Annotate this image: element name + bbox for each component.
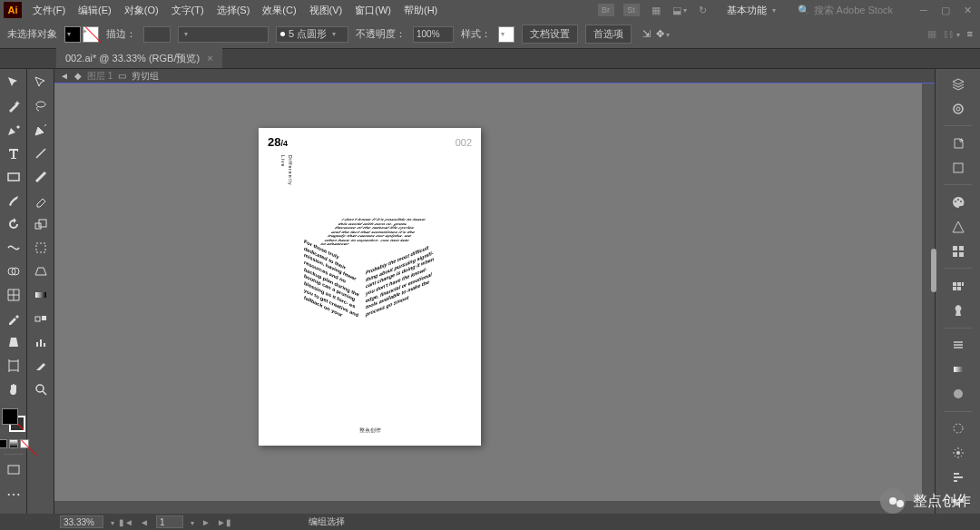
gradient-tool[interactable] — [30, 285, 52, 305]
tab-close[interactable]: × — [207, 53, 212, 64]
panel-handle[interactable] — [931, 249, 936, 292]
shape-builder-tool[interactable] — [3, 261, 24, 281]
column-graph-tool[interactable] — [30, 332, 52, 352]
menu-view[interactable]: 视图(V) — [304, 2, 348, 19]
eraser-tool[interactable] — [30, 191, 52, 211]
direct-selection-tool[interactable] — [30, 73, 52, 93]
perspective-tool[interactable] — [30, 261, 52, 281]
curvature-tool[interactable] — [30, 120, 52, 140]
bc-clip[interactable]: 剪切组 — [132, 70, 159, 83]
color-panel-icon[interactable] — [946, 191, 971, 213]
screen-mode[interactable] — [3, 460, 24, 480]
document-tab[interactable]: 002.ai* @ 33.33% (RGB/预览) × — [56, 48, 222, 68]
brush-def[interactable]: 5 点圆形 — [276, 26, 348, 43]
hand-tool[interactable] — [3, 379, 24, 399]
menu-file[interactable]: 文件(F) — [27, 2, 71, 19]
close-button[interactable]: ✕ — [958, 3, 976, 17]
brushes-panel-icon[interactable] — [946, 274, 971, 297]
doc-setup-button[interactable]: 文档设置 — [522, 25, 578, 44]
artboard-tool[interactable] — [3, 356, 24, 376]
next-artboard[interactable]: ► — [200, 515, 212, 528]
layers-panel-icon[interactable] — [946, 73, 971, 95]
symbol-sprayer-tool[interactable] — [3, 332, 24, 352]
bridge-icon[interactable]: Br — [598, 4, 614, 16]
selection-tool[interactable] — [3, 73, 24, 93]
first-artboard[interactable]: ▮◄ — [120, 515, 132, 528]
transform-icon[interactable]: ✥ — [656, 28, 670, 40]
width-tool[interactable] — [3, 238, 24, 258]
menu-object[interactable]: 对象(O) — [119, 2, 164, 19]
align-panel-icon[interactable] — [946, 466, 971, 489]
color-mode-fill[interactable] — [0, 439, 7, 448]
panel-menu-icon[interactable]: ≡ — [967, 28, 973, 40]
menu-effect[interactable]: 效果(C) — [257, 2, 301, 19]
stroke-weight[interactable] — [143, 26, 171, 43]
prefs-button[interactable]: 首选项 — [585, 25, 632, 44]
menu-type[interactable]: 文字(T) — [166, 2, 210, 19]
zoom-dropdown[interactable] — [109, 517, 114, 527]
zoom-input[interactable] — [60, 515, 103, 528]
rotate-tool[interactable] — [3, 214, 24, 234]
rectangle-tool[interactable] — [3, 167, 24, 187]
prev-artboard[interactable]: ◄ — [138, 515, 151, 528]
pen-tool[interactable] — [3, 120, 24, 140]
gradient-panel-icon[interactable] — [946, 358, 971, 381]
fill-swatch[interactable] — [64, 26, 81, 43]
mesh-tool[interactable] — [3, 285, 24, 305]
bc-layer[interactable]: 图层 1 — [87, 70, 113, 83]
arrange-icon[interactable]: ▦ — [649, 3, 663, 17]
eyedropper-tool[interactable] — [3, 309, 24, 329]
lasso-tool[interactable] — [30, 96, 52, 116]
vertical-scrollbar[interactable] — [922, 83, 935, 514]
symbols-panel-icon[interactable] — [946, 299, 971, 322]
opacity-input[interactable] — [413, 26, 454, 43]
panel-icon-2[interactable]: ⫿⫿ — [944, 28, 960, 40]
appearance-panel-icon[interactable] — [946, 417, 971, 440]
style-swatch[interactable] — [498, 26, 514, 43]
align-icon[interactable]: ⇲ — [642, 28, 651, 40]
sync-icon[interactable]: ↻ — [696, 3, 710, 17]
stroke-swatch[interactable] — [83, 26, 99, 43]
gpu-icon[interactable]: ⬓ — [672, 3, 687, 17]
magic-wand-tool[interactable] — [3, 96, 24, 116]
shaper-tool[interactable] — [30, 167, 52, 187]
blend-tool[interactable] — [30, 309, 52, 329]
artboard[interactable]: 28/4 002 Live Differently I don't know i… — [259, 128, 481, 446]
scale-tool[interactable] — [30, 214, 52, 234]
menu-window[interactable]: 窗口(W) — [349, 2, 397, 19]
menu-select[interactable]: 选择(S) — [211, 2, 256, 19]
graphic-styles-icon[interactable] — [946, 442, 971, 465]
stroke-profile[interactable] — [178, 26, 269, 43]
panel-icon-1[interactable]: ▦ — [927, 28, 936, 40]
isolation-back-icon[interactable]: ◄ — [60, 71, 69, 81]
properties-panel-icon[interactable] — [946, 156, 971, 179]
last-artboard[interactable]: ►▮ — [218, 515, 230, 528]
artboard-dropdown[interactable] — [189, 517, 194, 527]
color-guide-icon[interactable] — [946, 215, 971, 238]
zoom-tool[interactable] — [30, 379, 52, 399]
paintbrush-tool[interactable] — [3, 191, 24, 211]
workspace-selector[interactable]: 基本功能 — [720, 4, 783, 17]
color-mode-none[interactable] — [20, 439, 29, 448]
color-mode-gradient[interactable] — [9, 439, 18, 448]
edit-toolbar[interactable]: ⋯ — [3, 484, 24, 504]
fill-stroke-indicator[interactable] — [2, 408, 25, 432]
menu-edit[interactable]: 编辑(E) — [73, 2, 117, 19]
swatches-panel-icon[interactable] — [946, 240, 971, 262]
free-transform-tool[interactable] — [30, 238, 52, 258]
horizontal-scrollbar[interactable] — [54, 501, 922, 514]
canvas-area[interactable]: ◄ ◆ 图层 1 ▭ 剪切组 28/4 002 Live Differently… — [54, 69, 935, 514]
search-stock[interactable]: 🔍 搜索 Adobe Stock — [792, 2, 898, 19]
slice-tool[interactable] — [30, 356, 52, 376]
maximize-button[interactable]: ▢ — [936, 3, 955, 17]
cc-libraries-icon[interactable] — [946, 97, 971, 120]
line-tool[interactable] — [30, 143, 52, 163]
export-panel-icon[interactable] — [946, 132, 971, 154]
type-tool[interactable] — [3, 143, 24, 163]
artboard-number-input[interactable] — [156, 515, 183, 528]
transparency-panel-icon[interactable] — [946, 383, 971, 406]
menu-help[interactable]: 帮助(H) — [398, 2, 443, 19]
minimize-button[interactable]: ─ — [915, 3, 933, 17]
stroke-panel-icon[interactable] — [946, 334, 971, 357]
stock-icon[interactable]: St — [623, 4, 640, 16]
